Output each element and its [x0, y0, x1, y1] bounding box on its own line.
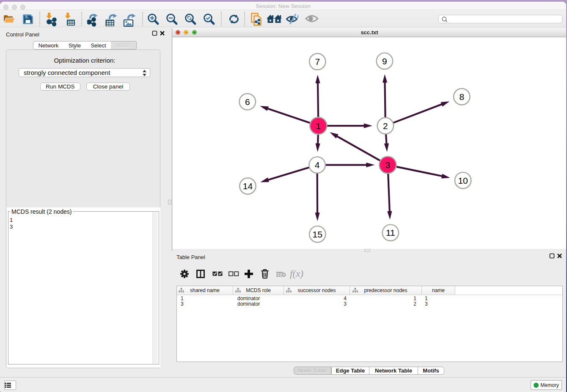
svg-text:2: 2	[383, 121, 388, 131]
svg-text:4: 4	[315, 160, 320, 170]
svg-text:14: 14	[243, 181, 253, 191]
svg-text:6: 6	[245, 97, 250, 107]
svg-text:9: 9	[382, 56, 387, 66]
svg-text:8: 8	[459, 92, 464, 102]
svg-text:3: 3	[385, 160, 391, 170]
svg-text:15: 15	[313, 229, 322, 239]
svg-text:10: 10	[458, 176, 468, 185]
svg-text:7: 7	[315, 57, 320, 66]
svg-text:11: 11	[386, 228, 395, 237]
svg-text:1: 1	[316, 121, 321, 131]
